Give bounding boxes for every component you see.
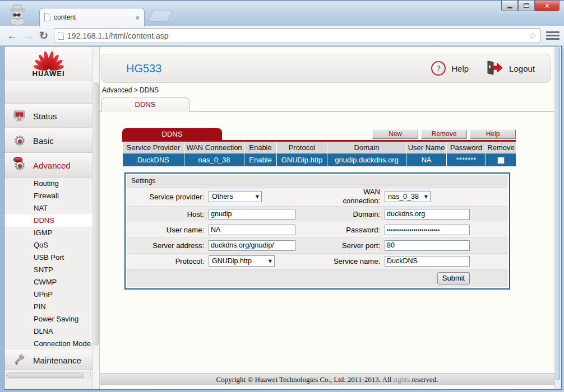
huawei-wordmark: HUAWEI [33,69,65,78]
sidebar-item-igmp[interactable]: IGMP [4,227,93,239]
logout-icon[interactable] [484,60,503,77]
help-link[interactable]: Help [451,64,469,73]
settings-row: User name: Password: [127,222,508,238]
col-remove: Remove [486,142,516,153]
sidebar-vertical-scrollbar[interactable] [93,46,100,389]
page-icon [58,32,64,40]
new-button[interactable]: New [372,129,418,139]
settings-title: Settings [127,175,508,188]
settings-row: Server address: Server port: [127,238,508,254]
tab-ddns[interactable]: DDNS [101,97,189,112]
back-icon[interactable]: ← [7,30,17,41]
settings-row: Host: Domain: [127,207,508,222]
sidebar-item-nat[interactable]: NAT [4,202,93,214]
password-input[interactable] [385,225,470,235]
wan-connection-label: WAN connection: [331,188,385,206]
logout-link[interactable]: Logout [509,64,535,73]
settings-row: Protocol: GNUDip.http ▼ Service name: [127,254,508,269]
scrollbar-thumb[interactable] [7,374,84,378]
browser-tab[interactable]: content × [39,8,145,26]
maximize-icon [524,3,529,8]
sidebar-horizontal-scrollbar[interactable] [6,372,91,379]
new-tab-button[interactable] [147,11,173,22]
sidebar-item-sntp[interactable]: SNTP [4,264,93,276]
copyright-footer: Copyright © Huawei Technologies Co., Ltd… [100,373,554,385]
maximize-button[interactable] [518,1,535,11]
help-icon[interactable]: ? [431,61,446,76]
sidebar-item-connection-mode[interactable]: Connection Mode [4,338,93,350]
sidebar-item-routing[interactable]: Routing [4,178,93,190]
host-label: Host: [187,210,209,218]
minimize-icon [507,7,512,8]
ddns-table: Service Provider WAN Connection Enable P… [122,142,516,167]
browser-titlebar: content × × [0,0,564,26]
scrollbar-thumb[interactable] [94,82,99,346]
tab-title: content [54,13,132,21]
basic-gear-icon: ⚙ [11,134,28,148]
forward-icon[interactable]: → [23,30,34,41]
sidebar-item-firewall[interactable]: Firewall [4,190,93,202]
col-wan-connection: WAN Connection [184,142,244,153]
sidebar-item-label: Maintenance [33,356,81,365]
remove-checkbox[interactable] [497,157,505,164]
copyright-text: Copyright © Huawei Technologies Co., Ltd… [216,375,393,384]
domain-input[interactable] [385,209,470,220]
minimize-button[interactable] [501,1,518,11]
tab-close-icon[interactable]: × [135,14,140,21]
url-bar[interactable]: 192.168.1.1/html/content.asp ☆ [54,28,540,43]
col-protocol: Protocol [277,142,327,153]
main-content: HG533 ? Help Logout Advanced > DDNS [100,46,554,389]
help-button[interactable]: Help [470,129,516,139]
sidebar-item-status[interactable]: i Status [4,104,93,128]
sidebar-item-cwmp[interactable]: CWMP [4,276,93,288]
cell-protocol: GNUDip.http [277,153,327,167]
close-button[interactable]: × [535,1,560,11]
sidebar-item-maintenance[interactable]: Maintenance [4,350,93,370]
cell-enable: Enable [244,153,277,167]
sidebar-item-label: Status [33,111,57,121]
reload-icon[interactable]: ↻ [39,30,48,41]
submit-button[interactable]: Submit [437,272,470,284]
ddns-section-title: DDNS [122,128,222,140]
service-name-input[interactable] [385,256,470,267]
advanced-submenu: Routing Firewall NAT DDNS IGMP QoS USB P… [4,178,93,350]
sidebar-item-upnp[interactable]: UPnP [4,288,93,301]
col-domain: Domain [327,142,406,153]
remove-button[interactable]: Remove [421,129,467,139]
close-icon: × [545,2,549,10]
cell-service-provider: DuckDNS [123,153,184,167]
cell-password: ******* [447,153,486,167]
browser-toolbar: ← → ↻ 192.168.1.1/html/content.asp ☆ [0,26,564,46]
user-name-input[interactable] [209,225,295,235]
password-label: Password: [346,226,385,234]
sidebar-item-power-saving[interactable]: Power Saving [4,313,93,325]
sidebar-item-qos[interactable]: QoS [4,239,93,251]
sidebar-item-advanced[interactable]: ⚙ Advanced [4,153,93,178]
chevron-down-icon: ▼ [424,194,428,199]
server-port-input[interactable] [385,240,470,251]
table-row[interactable]: DuckDNS nas_0_38 Enable GNUDip.http gnud… [123,153,516,167]
sidebar-item-dlna[interactable]: DLNA [4,325,93,338]
bookmark-star-icon[interactable]: ☆ [529,30,537,41]
chevron-down-icon: ▼ [269,259,272,264]
sidebar-item-pin[interactable]: PIN [4,301,93,313]
service-provider-label: Service provider: [149,193,209,201]
scrollbar-thumb[interactable] [556,48,560,380]
sidebar-item-basic[interactable]: ⚙ Basic [4,128,93,153]
url-text[interactable]: 192.168.1.1/html/content.asp [67,31,525,40]
browser-menu-icon[interactable] [546,30,560,41]
service-provider-select[interactable]: Others ▼ [209,191,262,202]
server-address-input[interactable] [209,240,295,251]
sidebar: HUAWEI i Status ⚙ [4,46,93,389]
table-header-row: Service Provider WAN Connection Enable P… [123,142,516,153]
user-name-label: User name: [167,226,209,234]
chevron-down-icon: ▼ [256,194,259,199]
host-input[interactable] [209,209,295,220]
sidebar-item-usb-port[interactable]: USB Port [4,251,93,264]
page-vertical-scrollbar[interactable] [554,46,561,389]
wan-connection-select[interactable]: nas_0_38 ▼ [385,191,431,202]
protocol-select[interactable]: GNUDip.http ▼ [209,255,275,267]
protocol-label: Protocol: [175,257,209,265]
sidebar-item-ddns[interactable]: DDNS [4,214,93,227]
col-enable: Enable [244,142,277,153]
